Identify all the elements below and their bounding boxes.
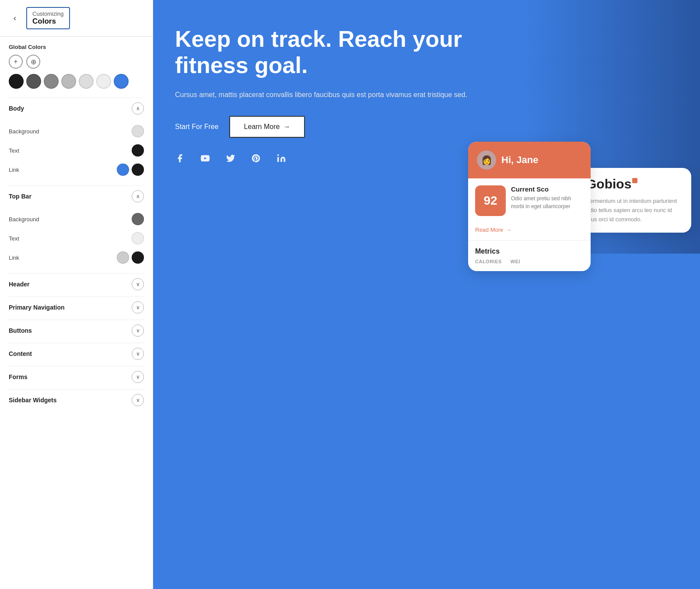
score-title: Current Sco: [511, 185, 584, 193]
topbar-link-circles: [117, 251, 144, 264]
youtube-icon[interactable]: [200, 153, 210, 166]
preview-panel: Keep on track. Reach your fitness goal. …: [153, 0, 700, 589]
swatch-medium-gray[interactable]: [44, 74, 59, 89]
chevron-topbar[interactable]: ∧: [132, 190, 144, 202]
twitter-icon[interactable]: [226, 153, 235, 166]
app-card-gobios: Gobios Fermentum ut in interdum parturie…: [578, 168, 691, 233]
section-primary-navigation: Primary Navigation ∨: [9, 296, 144, 318]
section-body-body: Background Text Link: [9, 119, 144, 184]
chevron-content[interactable]: ∨: [132, 348, 144, 360]
body-text-row: Text: [9, 141, 144, 160]
section-header-forms[interactable]: Forms ∨: [9, 366, 144, 387]
section-header-topbar[interactable]: Top Bar ∧: [9, 185, 144, 207]
swatch-light-gray[interactable]: [61, 74, 76, 89]
body-link-swatch-1[interactable]: [117, 164, 129, 176]
section-body: Body ∧ Background Text Link: [9, 98, 144, 184]
topbar-link-swatch-1[interactable]: [117, 251, 129, 264]
body-text-circles: [132, 144, 144, 157]
start-free-button[interactable]: Start For Free: [175, 123, 219, 131]
score-text: Current Sco Odio amet pretiu sed nibh mo…: [511, 185, 584, 210]
hero-title: Keep on track. Reach your fitness goal.: [175, 26, 481, 79]
chevron-buttons[interactable]: ∨: [132, 324, 144, 337]
topbar-link-swatch-2[interactable]: [132, 251, 144, 264]
section-header-nav[interactable]: Primary Navigation ∨: [9, 296, 144, 318]
section-body-topbar: Background Text Link: [9, 207, 144, 272]
hero-buttons: Start For Free Learn More →: [175, 116, 678, 138]
app-card-main: 👩 Hi, Jane 92 Current Sco Odio amet pret…: [468, 142, 591, 271]
topbar-background-row: Background: [9, 209, 144, 229]
greeting-text: Hi, Jane: [501, 154, 538, 166]
hero-section: Keep on track. Reach your fitness goal. …: [153, 0, 700, 254]
palette-button[interactable]: ⊕: [26, 55, 40, 69]
chevron-sidebar[interactable]: ∨: [132, 394, 144, 406]
panel-content: Global Colors + ⊕ Body ∧ Background: [0, 37, 153, 419]
section-header-body[interactable]: Body ∧: [9, 98, 144, 119]
global-color-tools: + ⊕: [9, 55, 144, 69]
hero-subtitle: Cursus amet, mattis placerat convallis l…: [175, 89, 472, 101]
gobios-desc: Fermentum ut in interdum parturient odio…: [586, 197, 682, 224]
customizing-label: Customizing: [32, 10, 64, 17]
section-header-content[interactable]: Content ∨: [9, 343, 144, 364]
topbar-link-label: Link: [9, 254, 19, 261]
read-more-link[interactable]: Read More →: [468, 223, 591, 240]
chevron-forms[interactable]: ∨: [132, 371, 144, 383]
topbar-background-circles: [132, 213, 144, 225]
body-link-circles: [117, 164, 144, 176]
topbar-text-label: Text: [9, 235, 19, 242]
section-label-sidebar: Sidebar Widgets: [9, 397, 57, 404]
back-button[interactable]: ‹: [9, 12, 21, 24]
swatch-black[interactable]: [9, 74, 24, 89]
section-label-header: Header: [9, 281, 29, 288]
swatch-dark-gray[interactable]: [26, 74, 41, 89]
chevron-header[interactable]: ∨: [132, 278, 144, 290]
linkedin-icon[interactable]: [276, 153, 286, 166]
score-number: 92: [475, 185, 506, 216]
metric-weight: WEI: [511, 259, 520, 264]
add-color-button[interactable]: +: [9, 55, 23, 69]
card-header: 👩 Hi, Jane: [468, 142, 591, 178]
section-label-content: Content: [9, 350, 32, 357]
gobios-logo: Gobios: [586, 177, 682, 192]
customizer-panel: ‹ Customizing Colors Global Colors + ⊕ B…: [0, 0, 153, 589]
colors-label: Colors: [32, 17, 64, 26]
color-swatches: [9, 74, 144, 89]
topbar-background-label: Background: [9, 216, 39, 223]
body-text-swatch[interactable]: [132, 144, 144, 157]
body-background-circles: [132, 125, 144, 137]
section-label-topbar: Top Bar: [9, 193, 32, 200]
learn-more-arrow: →: [283, 123, 290, 131]
metric-calories: CALORIES: [475, 259, 502, 264]
body-link-row: Link: [9, 160, 144, 179]
body-background-swatch[interactable]: [132, 125, 144, 137]
section-header-hdr[interactable]: Header ∨: [9, 273, 144, 295]
score-block: 92 Current Sco Odio amet pretiu sed nibh…: [468, 178, 591, 223]
gobios-name: Gobios: [586, 177, 631, 192]
section-header-sidebar[interactable]: Sidebar Widgets ∨: [9, 389, 144, 411]
swatch-lighter-gray[interactable]: [79, 74, 94, 89]
score-desc: Odio amet pretiu sed nibh morbi in eget …: [511, 195, 584, 210]
title-box: Customizing Colors: [26, 7, 70, 29]
swatch-blue[interactable]: [114, 74, 129, 89]
swatch-near-white[interactable]: [96, 74, 111, 89]
section-label-forms: Forms: [9, 373, 28, 380]
chevron-nav[interactable]: ∨: [132, 301, 144, 314]
body-background-row: Background: [9, 122, 144, 141]
learn-more-button[interactable]: Learn More →: [229, 116, 305, 138]
topbar-text-row: Text: [9, 229, 144, 248]
topbar-text-circles: [132, 232, 144, 244]
topbar-background-swatch[interactable]: [132, 213, 144, 225]
section-content: Content ∨: [9, 343, 144, 364]
metrics-title: Metrics: [475, 247, 584, 255]
body-link-swatch-2[interactable]: [132, 164, 144, 176]
panel-header: ‹ Customizing Colors: [0, 0, 153, 37]
section-header-btns[interactable]: Buttons ∨: [9, 320, 144, 341]
topbar-text-swatch[interactable]: [132, 232, 144, 244]
chevron-body[interactable]: ∧: [132, 102, 144, 115]
section-sidebar-widgets: Sidebar Widgets ∨: [9, 389, 144, 411]
topbar-link-row: Link: [9, 248, 144, 267]
section-buttons: Buttons ∨: [9, 320, 144, 341]
facebook-icon[interactable]: [175, 153, 185, 166]
pinterest-icon[interactable]: [251, 153, 261, 166]
section-topbar: Top Bar ∧ Background Text Link: [9, 185, 144, 272]
global-colors-title: Global Colors: [9, 44, 144, 50]
